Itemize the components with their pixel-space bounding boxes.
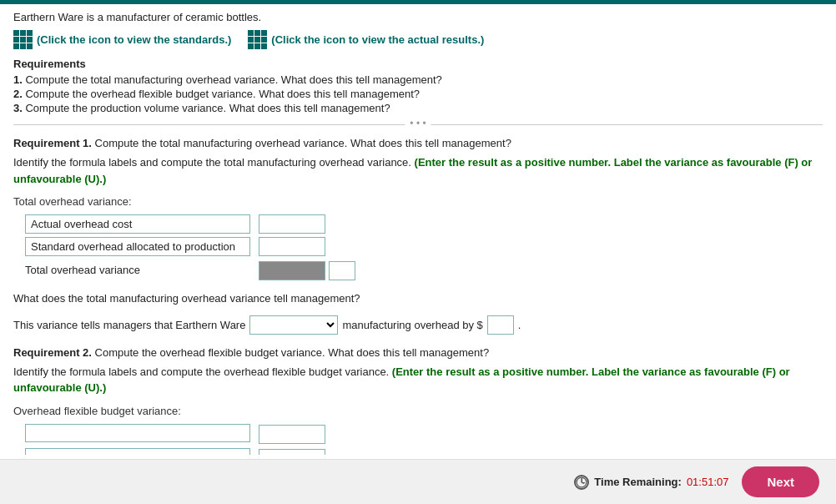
actual-link-label: (Click the icon to view the actual resul…	[271, 33, 484, 46]
req1-row2-input[interactable]	[259, 237, 325, 256]
req2-row1-input[interactable]	[259, 425, 325, 444]
req1-period: .	[518, 319, 521, 331]
req1-row1-label: Actual overhead cost	[25, 214, 250, 234]
svg-line-2	[582, 482, 584, 484]
req2-heading-rest: Compute the overhead flexible budget var…	[92, 346, 489, 359]
req1-variance-table: Actual overhead cost Standard overhead a…	[22, 213, 359, 282]
standards-link-label: (Click the icon to view the standards.)	[37, 33, 231, 46]
req2-row2-input[interactable]	[259, 449, 325, 456]
req-num-3: 3.	[13, 102, 23, 114]
req1-total-input-dark[interactable]	[259, 261, 325, 280]
req1-total-inputs-cell	[255, 258, 359, 282]
timer-value: 01:51:07	[687, 476, 729, 488]
timer-section: Time Remaining: 01:51:07	[574, 475, 728, 490]
req2-section: Requirement 2. Compute the overhead flex…	[13, 346, 823, 456]
req1-row2-input-cell	[255, 235, 359, 258]
req1-dollar-input[interactable]	[487, 315, 514, 335]
intro-text: Earthern Ware is a manufacturer of ceram…	[13, 11, 823, 23]
grid-icon-actual	[248, 30, 267, 49]
req2-heading: Requirement 2. Compute the overhead flex…	[13, 346, 823, 359]
standards-link[interactable]: (Click the icon to view the standards.)	[13, 30, 231, 49]
svg-point-0	[577, 477, 587, 487]
req1-row1: Actual overhead cost	[22, 213, 359, 235]
req1-instruction: Identify the formula labels and compute …	[13, 154, 823, 187]
page-container: Earthern Ware is a manufacturer of ceram…	[0, 0, 836, 504]
req1-heading-bold: Requirement 1.	[13, 137, 92, 149]
req1-tells-question: What does the total manufacturing overhe…	[13, 290, 823, 307]
req-item-1: 1. Compute the total manufacturing overh…	[13, 73, 823, 86]
req1-row1-input-cell	[255, 213, 359, 235]
req2-row2-label-box	[25, 448, 250, 456]
grid-icon-standards	[13, 30, 33, 49]
req-item-2: 2. Compute the overhead flexible budget …	[13, 88, 823, 100]
req2-section-label: Overhead flexible budget variance:	[13, 405, 823, 417]
req1-total-label-cell: Total overhead variance	[22, 258, 255, 282]
divider-dots: • • •	[405, 118, 431, 129]
bottom-bar: Time Remaining: 01:51:07 Next	[0, 459, 836, 504]
req1-total-row: Total overhead variance	[22, 258, 359, 282]
req1-tells-suffix: manufacturing overhead by $	[342, 319, 482, 331]
req1-instruction-prefix: Identify the formula labels and compute …	[13, 156, 415, 169]
content-area: Earthern Ware is a manufacturer of ceram…	[0, 4, 836, 455]
requirements-section: Requirements 1. Compute the total manufa…	[13, 58, 823, 114]
next-button[interactable]: Next	[742, 466, 819, 497]
req-num-1: 1.	[13, 73, 23, 86]
req1-tells-dropdown[interactable]: overspent underspent spent exactly	[249, 315, 338, 335]
req2-instruction-prefix: Identify the formula labels and compute …	[13, 365, 392, 378]
req1-row2-label-cell: Standard overhead allocated to productio…	[22, 235, 255, 258]
req1-tells-prefix: This variance tells managers that Earthe…	[13, 319, 245, 331]
actual-link[interactable]: (Click the icon to view the actual resul…	[248, 30, 484, 49]
req1-row1-label-cell: Actual overhead cost	[22, 213, 255, 235]
req1-section-label: Total overhead variance:	[13, 195, 823, 208]
req1-total-label: Total overhead variance	[25, 264, 140, 276]
req2-row1-input-cell	[255, 422, 359, 446]
req1-heading-rest: Compute the total manufacturing overhead…	[92, 137, 511, 149]
requirements-title: Requirements	[13, 58, 823, 70]
req1-row2: Standard overhead allocated to productio…	[22, 235, 359, 258]
timer-icon	[574, 475, 589, 490]
req1-total-input-fav[interactable]	[329, 261, 355, 280]
req2-row2-input-cell	[255, 446, 359, 456]
clock-svg	[576, 475, 587, 490]
req-text-1: Compute the total manufacturing overhead…	[25, 73, 441, 86]
req2-flex-table: Overhead flexible budget variance	[22, 422, 359, 456]
req2-row1	[22, 422, 359, 446]
req1-heading: Requirement 1. Compute the total manufac…	[13, 137, 823, 149]
req2-row1-label-box	[25, 424, 250, 442]
req-text-2: Compute the overhead flexible budget var…	[25, 88, 420, 100]
timer-label: Time Remaining:	[594, 476, 682, 488]
req2-row2-label-cell	[22, 446, 255, 456]
req2-heading-bold: Requirement 2.	[13, 346, 92, 359]
req1-row1-input[interactable]	[259, 214, 325, 234]
req2-instruction: Identify the formula labels and compute …	[13, 364, 823, 396]
req-text-3: Compute the production volume variance. …	[25, 102, 390, 114]
req-num-2: 2.	[13, 88, 23, 100]
divider-section: • • •	[13, 124, 823, 125]
icon-links-row: (Click the icon to view the standards.) …	[13, 30, 823, 49]
req1-row2-label: Standard overhead allocated to productio…	[25, 237, 250, 256]
req2-row2	[22, 446, 359, 456]
req-item-3: 3. Compute the production volume varianc…	[13, 102, 823, 114]
req1-tells-row: This variance tells managers that Earthe…	[13, 315, 823, 335]
req2-row1-label-cell	[22, 422, 255, 446]
requirements-list: 1. Compute the total manufacturing overh…	[13, 73, 823, 114]
